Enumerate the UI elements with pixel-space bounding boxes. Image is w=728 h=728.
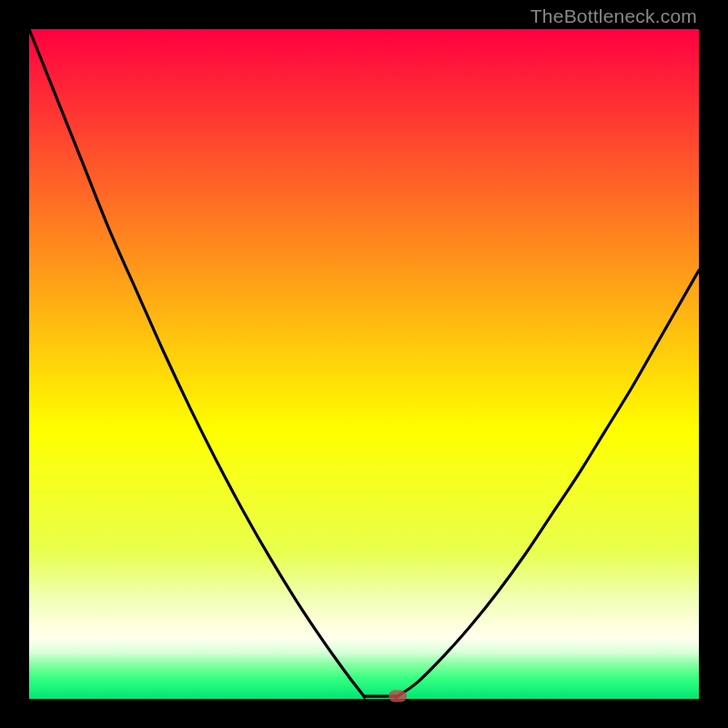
plot-area (29, 29, 699, 699)
bottleneck-curve (29, 29, 699, 697)
curve-layer (29, 29, 699, 699)
minimum-marker (389, 691, 407, 703)
watermark-text: TheBottleneck.com (531, 5, 697, 27)
chart-container: TheBottleneck.com (0, 0, 728, 728)
